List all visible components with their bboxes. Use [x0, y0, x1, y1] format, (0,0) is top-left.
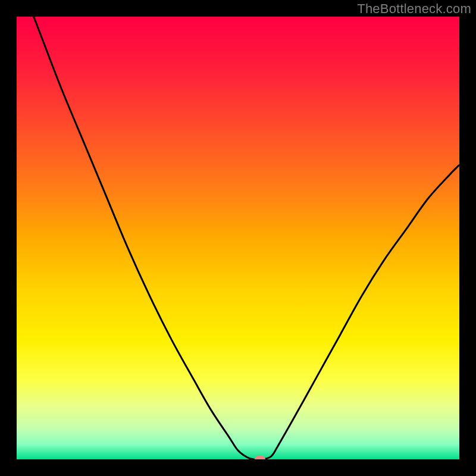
gradient-background	[17, 17, 459, 459]
optimal-point-marker	[255, 456, 265, 459]
plot-svg	[17, 17, 459, 459]
chart-outer: TheBottleneck.com	[0, 0, 476, 476]
attribution-label: TheBottleneck.com	[357, 1, 471, 17]
plot-area	[17, 17, 459, 459]
